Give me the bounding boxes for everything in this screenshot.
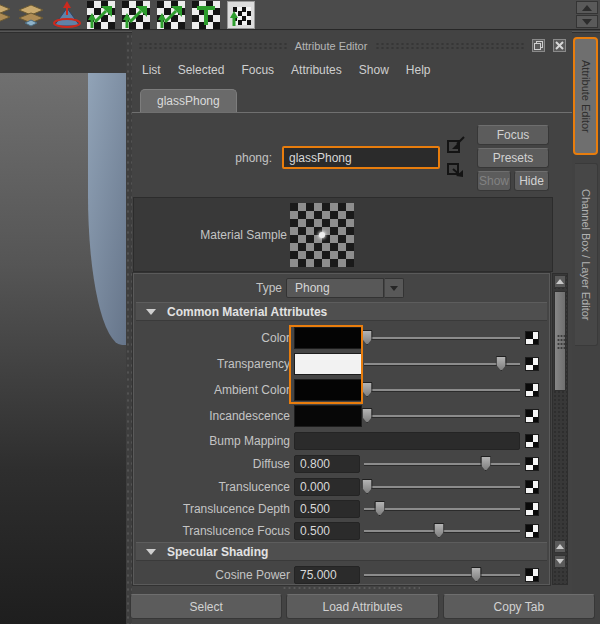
poly-plane-partial-icon[interactable] (0, 1, 10, 29)
uv-planar-mapping-icon[interactable] (87, 1, 115, 29)
map-texture-icon[interactable] (525, 568, 539, 582)
float-window-icon[interactable] (532, 39, 545, 52)
node-name-input[interactable] (282, 146, 440, 169)
show-button: Show (477, 171, 511, 191)
map-texture-icon[interactable] (525, 434, 539, 448)
translucence-depth-slider[interactable] (364, 498, 520, 520)
material-sample-section: Material Sample (133, 197, 553, 272)
menu-attributes[interactable]: Attributes (291, 63, 342, 79)
slider-handle[interactable] (362, 330, 373, 345)
slider-handle[interactable] (374, 501, 385, 516)
uv-cylindrical-mapping-icon[interactable] (122, 1, 150, 29)
slider-handle[interactable] (362, 479, 373, 494)
panel-title: Attribute Editor (295, 40, 368, 52)
scrollbar-up2-icon[interactable] (554, 540, 566, 553)
map-texture-icon[interactable] (525, 409, 539, 423)
attribute-editor-panel: Attribute Editor List Selected Focus Att… (132, 31, 572, 624)
map-texture-icon[interactable] (525, 357, 539, 371)
ambient-color-swatch[interactable] (294, 379, 362, 401)
copy-tab-button[interactable]: Copy Tab (443, 594, 595, 619)
translucence-focus-slider[interactable] (364, 520, 520, 542)
map-texture-icon[interactable] (525, 383, 539, 397)
attr-row-color: Color (136, 327, 547, 349)
scrollbar-thumb[interactable] (554, 291, 566, 391)
scrollbar-up-icon[interactable] (554, 275, 566, 288)
scrollbar-down-icon[interactable] (554, 555, 566, 568)
attr-row-ambient-color: Ambient Color (136, 379, 547, 401)
attr-row-cosine-power: Cosine Power (136, 564, 547, 586)
translucence-focus-input[interactable] (294, 522, 360, 540)
ambient-color-slider[interactable] (364, 379, 520, 401)
specular-highlight-dot (319, 232, 325, 238)
cosine-power-input[interactable] (294, 566, 360, 584)
map-texture-icon[interactable] (525, 457, 539, 471)
close-icon[interactable] (553, 39, 566, 52)
material-sample-swatch[interactable] (290, 203, 354, 267)
focus-button[interactable]: Focus (477, 125, 549, 145)
sidebar-tab-channel-box-layer-editor[interactable]: Channel Box / Layer Editor (575, 163, 598, 346)
bump-mapping-input[interactable] (294, 432, 520, 450)
translucence-slider[interactable] (364, 476, 520, 498)
viewport-panel[interactable] (0, 33, 126, 624)
titlebar-grip-right (375, 42, 524, 50)
section-common-material-attributes[interactable]: Common Material Attributes (136, 302, 547, 321)
select-button[interactable]: Select (130, 594, 282, 619)
menu-selected[interactable]: Selected (178, 63, 225, 79)
transparency-slider[interactable] (364, 353, 520, 375)
footer-drag-handle[interactable] (282, 586, 420, 591)
output-connection-icon[interactable] (446, 162, 466, 180)
slider-handle[interactable] (471, 567, 482, 582)
translucence-input[interactable] (294, 478, 360, 496)
diffuse-slider[interactable] (364, 453, 520, 475)
shelf-toolbar (0, 0, 600, 30)
attr-row-incandescence: Incandescence (136, 405, 547, 427)
slider-handle[interactable] (480, 456, 491, 471)
input-connection-icon[interactable] (446, 136, 466, 154)
translucence-depth-input[interactable] (294, 500, 360, 518)
attributes-scrollbar[interactable] (552, 273, 568, 585)
color-slider[interactable] (364, 327, 520, 349)
sidebar-tab-attribute-editor[interactable]: Attribute Editor (573, 37, 598, 155)
incandescence-slider[interactable] (364, 405, 520, 427)
presets-button[interactable]: Presets (477, 148, 549, 168)
menu-focus[interactable]: Focus (241, 63, 274, 79)
shelf-scroll-down-button[interactable] (576, 15, 598, 28)
type-dropdown-arrow-icon[interactable] (384, 278, 404, 298)
attribute-editor-titlebar[interactable]: Attribute Editor (138, 38, 566, 53)
collapse-arrow-icon[interactable] (146, 309, 156, 315)
section-specular-shading[interactable]: Specular Shading (136, 542, 547, 561)
color-swatch[interactable] (294, 327, 362, 349)
diffuse-input[interactable] (294, 455, 360, 473)
uv-checker-assign-icon[interactable] (227, 1, 255, 29)
menu-help[interactable]: Help (406, 63, 431, 79)
slider-handle[interactable] (433, 523, 444, 538)
shelf-scroll-up-button[interactable] (576, 1, 598, 14)
uv-spherical-mapping-icon[interactable] (157, 1, 185, 29)
viewport-render-area[interactable] (0, 73, 126, 624)
cosine-power-slider[interactable] (364, 564, 520, 586)
slider-handle[interactable] (496, 356, 507, 371)
transparency-swatch[interactable] (294, 353, 362, 375)
collapse-arrow-icon[interactable] (146, 549, 156, 555)
menu-list[interactable]: List (142, 63, 161, 79)
map-texture-icon[interactable] (525, 524, 539, 538)
type-dropdown[interactable]: Phong (286, 278, 384, 298)
attr-row-translucence: Translucence (136, 476, 547, 498)
map-texture-icon[interactable] (525, 480, 539, 494)
slider-handle[interactable] (362, 408, 373, 423)
slider-handle[interactable] (362, 382, 373, 397)
titlebar-grip-left (138, 42, 287, 50)
tab-glassphong[interactable]: glassPhong (140, 89, 237, 112)
map-texture-icon[interactable] (525, 502, 539, 516)
uv-automatic-mapping-icon[interactable] (192, 1, 220, 29)
viewport-glass-object[interactable] (88, 73, 126, 345)
attr-row-transparency: Transparency (136, 353, 547, 375)
attr-row-translucence-depth: Translucence Depth (136, 498, 547, 520)
incandescence-swatch[interactable] (294, 405, 362, 427)
map-texture-icon[interactable] (525, 331, 539, 345)
poly-planes-icon[interactable] (17, 1, 45, 29)
projection-manipulator-icon[interactable] (52, 1, 80, 29)
load-attributes-button[interactable]: Load Attributes (286, 594, 438, 619)
hide-button[interactable]: Hide (514, 171, 549, 191)
menu-show[interactable]: Show (359, 63, 389, 79)
